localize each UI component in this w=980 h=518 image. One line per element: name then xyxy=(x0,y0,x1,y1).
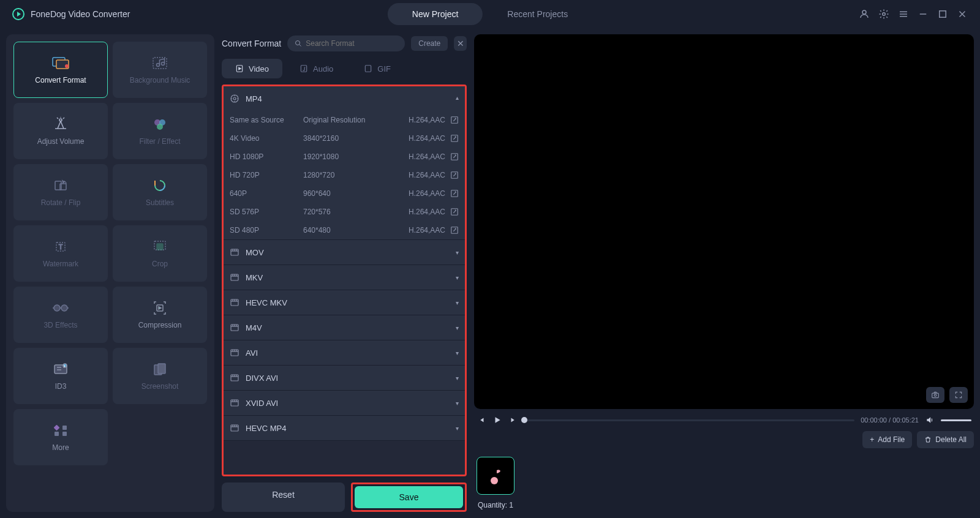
create-button[interactable]: Create xyxy=(411,36,448,51)
progress-handle[interactable] xyxy=(521,417,527,423)
menu-icon[interactable] xyxy=(898,9,909,20)
preset-codec: H.264,AAC xyxy=(409,171,445,179)
close-window-icon[interactable] xyxy=(957,9,968,20)
preset-row[interactable]: SD 576P720*576H.264,AAC xyxy=(224,203,465,221)
tool-crop[interactable]: Crop xyxy=(113,225,207,282)
svg-rect-35 xyxy=(158,364,165,373)
tab-gif[interactable]: GIF xyxy=(350,59,404,78)
edit-preset-icon[interactable] xyxy=(450,189,459,198)
add-file-button[interactable]: +Add File xyxy=(862,431,912,448)
preview-area xyxy=(474,34,974,409)
minimize-icon[interactable] xyxy=(918,9,929,20)
format-group-hevc-mp4: HEVC MP4▾ xyxy=(224,416,465,441)
preset-resolution: 1280*720 xyxy=(303,171,409,179)
format-group-mp4: MP4▾Same as SourceOriginal ResolutionH.2… xyxy=(224,86,465,240)
volume-button[interactable] xyxy=(925,415,935,425)
group-name: HEVC MP4 xyxy=(246,424,450,433)
search-icon xyxy=(295,40,302,47)
nav-tabs: New Project Recent Projects xyxy=(388,3,592,25)
tool-music[interactable]: Background Music xyxy=(113,42,207,98)
volume-slider[interactable] xyxy=(941,419,971,421)
preset-resolution: 960*640 xyxy=(303,189,409,198)
prev-button[interactable] xyxy=(477,415,486,425)
clip-area: Quantity: 1 xyxy=(474,454,974,512)
preset-row[interactable]: 640P960*640H.264,AAC xyxy=(224,184,465,203)
group-header[interactable]: M4V▾ xyxy=(224,315,465,340)
music-icon xyxy=(151,55,169,71)
tool-rotate[interactable]: Rotate / Flip xyxy=(13,164,108,220)
volume-icon xyxy=(51,116,70,132)
group-header[interactable]: MP4▾ xyxy=(224,86,465,111)
preset-row[interactable]: Same as SourceOriginal ResolutionH.264,A… xyxy=(224,111,465,129)
more-icon xyxy=(51,422,70,438)
clip-thumbnail[interactable] xyxy=(477,457,514,495)
format-icon xyxy=(230,373,239,383)
edit-preset-icon[interactable] xyxy=(450,226,459,235)
fullscreen-button[interactable] xyxy=(949,387,968,403)
tool-filter[interactable]: Filter / Effect xyxy=(113,103,207,159)
tool-label: Adjust Volume xyxy=(37,137,85,146)
edit-preset-icon[interactable] xyxy=(450,116,459,124)
tool-label: Crop xyxy=(152,260,168,268)
tool-more[interactable]: More xyxy=(13,409,108,465)
search-input[interactable] xyxy=(306,39,398,48)
preset-row[interactable]: 4K Video3840*2160H.264,AAC xyxy=(224,129,465,148)
svg-point-15 xyxy=(59,119,62,121)
group-header[interactable]: AVI▾ xyxy=(224,340,465,365)
tab-video[interactable]: Video xyxy=(222,59,282,78)
edit-preset-icon[interactable] xyxy=(450,152,459,161)
group-header[interactable]: HEVC MKV▾ xyxy=(224,290,465,315)
group-header[interactable]: XVID AVI▾ xyxy=(224,391,465,415)
preset-row[interactable]: HD 1080P1920*1080H.264,AAC xyxy=(224,148,465,166)
search-box[interactable] xyxy=(287,36,405,51)
chevron-down-icon: ▾ xyxy=(456,249,459,256)
tool-id3[interactable]: ID3 xyxy=(13,348,108,404)
tab-recent-projects[interactable]: Recent Projects xyxy=(483,3,592,25)
svg-marker-43 xyxy=(239,67,241,70)
settings-icon[interactable] xyxy=(878,9,889,20)
save-button[interactable]: Save xyxy=(355,486,463,508)
preset-row[interactable]: HD 720P1280*720H.264,AAC xyxy=(224,166,465,184)
compress-icon xyxy=(151,300,169,316)
tool-volume[interactable]: Adjust Volume xyxy=(13,103,108,159)
chevron-down-icon: ▾ xyxy=(456,375,459,381)
edit-preset-icon[interactable] xyxy=(450,134,459,143)
panel-title: Convert Format xyxy=(222,39,281,48)
svg-point-0 xyxy=(862,10,866,14)
tab-new-project[interactable]: New Project xyxy=(388,3,483,25)
tool-3d[interactable]: 3D Effects xyxy=(13,287,108,343)
tool-compress[interactable]: Compression xyxy=(113,287,207,343)
svg-rect-45 xyxy=(366,66,371,72)
group-header[interactable]: MOV▾ xyxy=(224,240,465,265)
close-panel-button[interactable]: ✕ xyxy=(454,36,467,51)
tool-label: 3D Effects xyxy=(43,321,77,329)
reset-button[interactable]: Reset xyxy=(222,482,345,512)
group-header[interactable]: HEVC MP4▾ xyxy=(224,416,465,440)
group-name: M4V xyxy=(246,323,450,332)
edit-preset-icon[interactable] xyxy=(450,208,459,216)
gif-icon xyxy=(364,64,372,73)
user-icon[interactable] xyxy=(859,9,870,20)
tool-screenshot[interactable]: Screenshot xyxy=(113,348,207,404)
plus-icon: + xyxy=(870,435,874,444)
video-icon xyxy=(235,64,244,73)
next-button[interactable] xyxy=(508,415,518,425)
format-list[interactable]: MP4▾Same as SourceOriginal ResolutionH.2… xyxy=(222,84,467,476)
preset-row[interactable]: SD 480P640*480H.264,AAC xyxy=(224,221,465,239)
maximize-icon[interactable] xyxy=(937,9,948,20)
trash-icon xyxy=(924,436,932,443)
tool-watermark[interactable]: TWatermark xyxy=(13,225,108,282)
watermark-icon: T xyxy=(51,239,70,255)
tool-label: ID3 xyxy=(55,382,67,391)
preset-codec: H.264,AAC xyxy=(409,226,445,235)
edit-preset-icon[interactable] xyxy=(450,171,459,179)
tool-subtitles[interactable]: Subtitles xyxy=(113,164,207,220)
group-header[interactable]: DIVX AVI▾ xyxy=(224,366,465,390)
delete-all-button[interactable]: Delete All xyxy=(917,431,974,448)
group-header[interactable]: MKV▾ xyxy=(224,265,465,290)
snapshot-button[interactable] xyxy=(926,387,944,403)
progress-slider[interactable] xyxy=(524,419,854,421)
tool-convert[interactable]: Convert Format xyxy=(13,42,108,98)
tab-audio[interactable]: Audio xyxy=(286,59,347,78)
play-button[interactable] xyxy=(492,415,502,425)
